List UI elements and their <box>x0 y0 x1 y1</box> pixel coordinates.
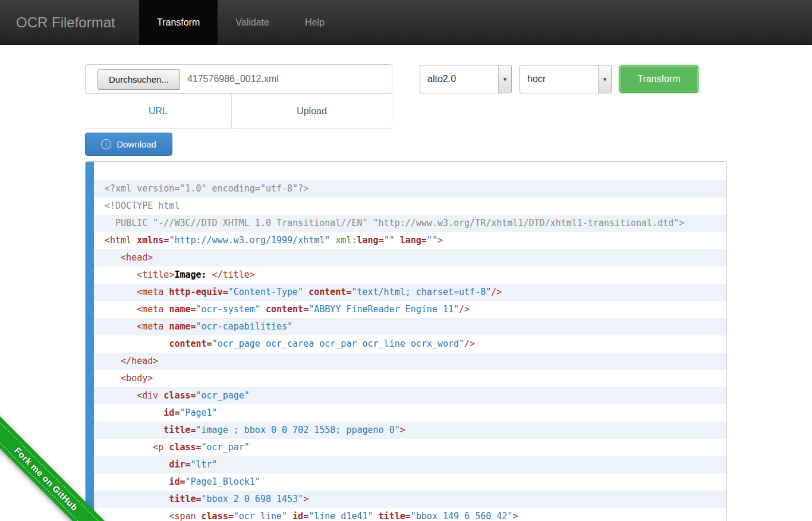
code-line: id="Page1" <box>94 404 726 422</box>
transform-button[interactable]: Transform <box>619 65 698 93</box>
code-line: <?xml version="1.0" encoding="utf-8"?> <box>94 180 726 197</box>
chevron-down-icon: ▾ <box>498 65 511 93</box>
to-format-value: hocr <box>520 65 598 93</box>
download-icon: ↓ <box>101 139 111 149</box>
file-input[interactable]: Durchsuchen... 417576986_0012.xml <box>85 64 392 94</box>
main-nav: Transform Validate Help <box>139 0 342 45</box>
code-line: <meta name="ocr-system" content="ABBYY F… <box>94 301 726 318</box>
chevron-down-icon: ▾ <box>598 65 611 93</box>
brand-link[interactable]: OCR Fileformat <box>16 0 115 45</box>
code-line: content="ocr_page ocr_carea ocr_par ocr_… <box>94 335 726 353</box>
code-lines: <?xml version="1.0" encoding="utf-8"?><!… <box>94 162 726 521</box>
code-output-panel: <?xml version="1.0" encoding="utf-8"?><!… <box>85 161 727 521</box>
tab-url[interactable]: URL <box>85 94 231 129</box>
code-line: <span class="ocr_line" id="line_d1e41" t… <box>94 508 726 521</box>
code-line: PUBLIC "-//W3C//DTD XHTML 1.0 Transition… <box>94 215 726 232</box>
download-button[interactable]: ↓ Download <box>85 133 172 156</box>
code-line: <head> <box>94 249 726 266</box>
code-line: dir="ltr" <box>94 456 726 473</box>
code-line: <body> <box>94 370 726 387</box>
code-line: id="Page1_Block1" <box>94 473 726 491</box>
code-line: <p class="ocr_par" <box>94 439 726 456</box>
nav-item-transform[interactable]: Transform <box>139 0 218 45</box>
from-format-value: alto2.0 <box>420 65 498 93</box>
from-format-select[interactable]: alto2.0 ▾ <box>420 65 512 93</box>
code-line: </head> <box>94 353 726 370</box>
code-line: <html xmlns="http://www.w3.org/1999/xhtm… <box>94 232 726 249</box>
selected-filename: 417576986_0012.xml <box>187 74 279 84</box>
source-tabs: URL Upload <box>85 94 392 129</box>
browse-button[interactable]: Durchsuchen... <box>97 69 180 90</box>
code-line: title="bbox 2 0 698 1453"> <box>94 491 726 508</box>
code-line: <div class="ocr_page" <box>94 387 726 404</box>
file-panel: Durchsuchen... 417576986_0012.xml URL Up… <box>85 64 392 129</box>
navbar: OCR Fileformat Transform Validate Help <box>0 0 812 45</box>
code-line: title="image ; bbox 0 0 702 1558; ppagen… <box>94 422 726 439</box>
download-label: Download <box>117 139 156 149</box>
code-line: <meta name="ocr-capabilities" <box>94 318 726 335</box>
tab-upload[interactable]: Upload <box>231 94 392 129</box>
nav-item-help[interactable]: Help <box>287 0 342 45</box>
scrollbar-thumb[interactable] <box>86 162 94 521</box>
to-format-select[interactable]: hocr ▾ <box>520 65 612 93</box>
code-line: <title>Image: </title> <box>94 266 726 284</box>
code-line: <!DOCTYPE html <box>94 197 726 215</box>
nav-item-validate[interactable]: Validate <box>218 0 287 45</box>
code-line: <meta http-equiv="Content-Type" content=… <box>94 284 726 301</box>
